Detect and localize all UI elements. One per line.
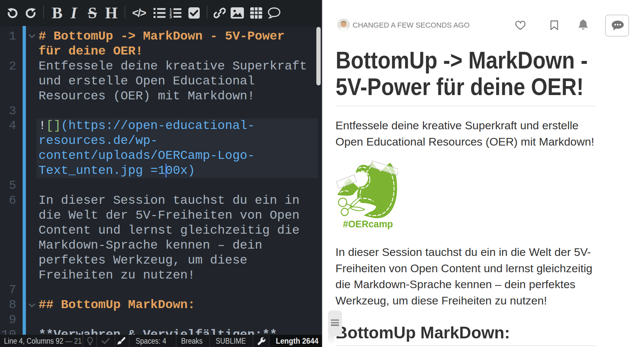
svg-text:3: 3: [169, 14, 172, 18]
